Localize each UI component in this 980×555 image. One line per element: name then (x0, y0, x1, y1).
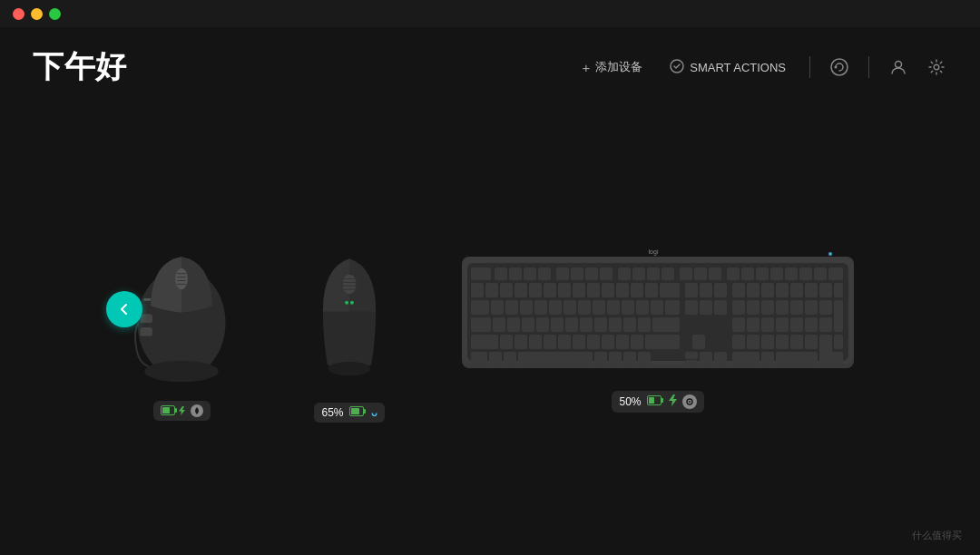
svg-rect-156 (623, 352, 636, 366)
svg-rect-144 (761, 335, 774, 349)
settings-button[interactable] (920, 51, 953, 83)
svg-rect-70 (631, 283, 643, 297)
svg-rect-158 (685, 352, 698, 359)
bluetooth-icon-mouse2: ᴗ (371, 407, 377, 419)
smart-actions-button[interactable]: SMART ACTIONS (659, 54, 797, 82)
svg-rect-50 (709, 268, 721, 280)
header: 下午好 + 添加设备 SMART ACTIONS (0, 27, 980, 100)
svg-rect-47 (662, 268, 674, 280)
svg-rect-118 (609, 317, 622, 332)
svg-text:logi: logi (649, 248, 659, 256)
svg-rect-112 (522, 317, 534, 332)
svg-point-3 (896, 62, 902, 68)
svg-rect-126 (790, 317, 803, 332)
svg-rect-52 (741, 268, 754, 280)
svg-rect-85 (491, 300, 504, 315)
svg-rect-67 (587, 283, 600, 297)
svg-rect-61 (500, 283, 513, 297)
svg-rect-60 (485, 283, 498, 297)
svg-point-34 (828, 252, 832, 256)
device-card-keyboard[interactable]: logi (458, 243, 858, 413)
svg-rect-82 (819, 283, 832, 297)
svg-rect-119 (623, 317, 636, 332)
battery-icon-keyboard (647, 395, 663, 408)
svg-rect-114 (551, 317, 564, 332)
svg-rect-17 (174, 408, 177, 413)
svg-rect-100 (714, 300, 727, 315)
add-device-button[interactable]: + 添加设备 (572, 54, 654, 81)
svg-point-26 (328, 362, 371, 376)
svg-rect-35 (471, 268, 491, 280)
greeting-text: 下午好 (33, 46, 127, 88)
smart-actions-label: SMART ACTIONS (690, 61, 786, 74)
svg-rect-123 (747, 317, 760, 332)
svg-rect-117 (594, 317, 607, 332)
svg-point-2 (835, 66, 838, 69)
svg-rect-109 (471, 317, 491, 332)
svg-rect-96 (651, 300, 663, 315)
svg-rect-151 (489, 352, 502, 366)
svg-rect-110 (493, 317, 505, 332)
svg-point-1 (831, 59, 848, 75)
svg-point-24 (345, 301, 348, 305)
fullscreen-button[interactable] (49, 8, 61, 20)
mouse2-image-container (295, 232, 404, 386)
divider2 (868, 56, 869, 78)
svg-rect-38 (524, 268, 536, 280)
svg-rect-105 (790, 300, 803, 315)
devices-area: 65% ᴗ (0, 100, 980, 555)
svg-rect-86 (505, 300, 518, 315)
mouse1-status-badge (153, 401, 211, 421)
svg-rect-97 (665, 300, 680, 315)
svg-rect-120 (638, 317, 651, 332)
svg-rect-95 (636, 300, 649, 315)
svg-rect-147 (805, 335, 818, 349)
flow-button[interactable] (823, 51, 856, 83)
close-button[interactable] (13, 8, 24, 20)
svg-rect-54 (770, 268, 783, 280)
svg-rect-104 (776, 300, 789, 315)
svg-rect-128 (819, 317, 832, 332)
svg-rect-53 (756, 268, 769, 280)
svg-rect-76 (732, 283, 745, 297)
svg-rect-113 (536, 317, 549, 332)
svg-rect-64 (544, 283, 556, 297)
svg-rect-58 (828, 268, 843, 280)
svg-point-6 (175, 268, 188, 288)
battery-icon-mouse2 (349, 406, 366, 419)
svg-rect-72 (660, 283, 680, 297)
svg-rect-116 (580, 317, 593, 332)
svg-rect-108 (834, 300, 843, 332)
svg-rect-121 (652, 317, 680, 332)
svg-point-13 (144, 360, 219, 381)
svg-rect-90 (564, 300, 576, 315)
svg-rect-92 (593, 300, 605, 315)
device-card-mouse1[interactable] (122, 235, 240, 421)
minimize-button[interactable] (31, 8, 43, 20)
svg-rect-107 (819, 300, 832, 315)
svg-rect-36 (495, 268, 507, 280)
svg-rect-124 (761, 317, 774, 332)
svg-rect-73 (685, 283, 698, 297)
svg-rect-163 (761, 352, 774, 366)
watermark: 什么值得买 (912, 529, 962, 542)
account-button[interactable] (882, 51, 915, 83)
battery-icon-mouse1 (161, 405, 185, 415)
svg-rect-162 (732, 352, 760, 366)
svg-rect-83 (834, 283, 843, 297)
svg-rect-132 (529, 335, 542, 349)
svg-rect-94 (622, 300, 634, 315)
svg-rect-143 (747, 335, 760, 349)
svg-rect-29 (363, 409, 366, 414)
svg-rect-28 (351, 408, 359, 414)
svg-rect-42 (585, 268, 598, 280)
svg-rect-77 (747, 283, 760, 297)
svg-rect-154 (594, 352, 607, 366)
device-card-mouse2[interactable]: 65% ᴗ (295, 232, 404, 423)
svg-rect-68 (602, 283, 614, 297)
svg-rect-164 (776, 352, 818, 366)
keyboard-svg: logi (458, 243, 858, 375)
svg-rect-91 (578, 300, 591, 315)
svg-rect-155 (609, 352, 622, 366)
back-button[interactable] (106, 291, 142, 327)
